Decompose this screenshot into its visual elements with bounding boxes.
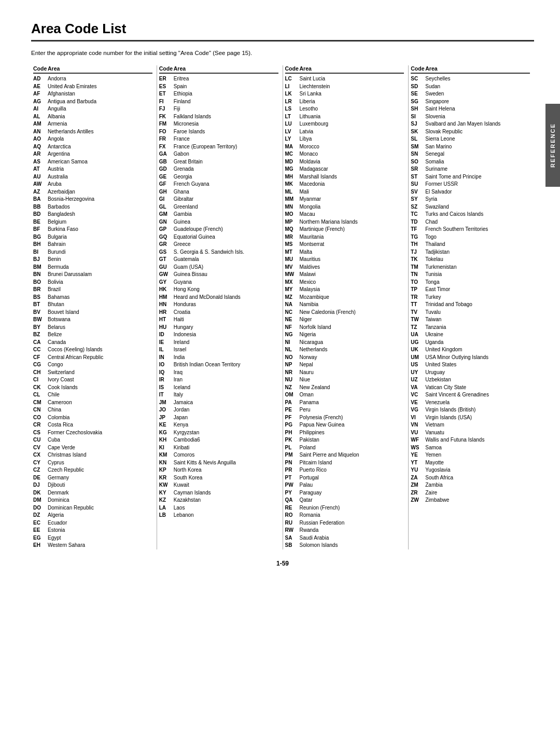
area-name: Iceland [174, 384, 278, 392]
list-item: TJTadjikistan [411, 249, 530, 256]
list-item: INIndia [159, 354, 278, 362]
area-code: LT [285, 113, 300, 121]
area-name: Cambodia6 [174, 436, 278, 444]
area-code: MA [285, 143, 300, 151]
list-item: NUNiue [285, 376, 404, 384]
area-name: Uganda [425, 339, 530, 347]
area-name: Turks and Caicos Islands [425, 211, 530, 218]
area-name: Micronesia [174, 120, 278, 128]
list-item: DKDenmark [33, 489, 152, 497]
area-code: GB [159, 158, 174, 166]
list-item: HUHungary [159, 324, 278, 332]
list-item: TNTunisia [411, 271, 530, 279]
area-code: BT [33, 301, 48, 309]
area-code: RW [285, 527, 300, 534]
area-code: SY [411, 196, 425, 203]
area-code: SJ [411, 120, 425, 128]
area-code: BY [33, 324, 48, 332]
area-name: Sierra Leone [425, 135, 530, 143]
area-name: Hungary [174, 324, 278, 332]
area-name: Jordan [174, 406, 278, 414]
area-code: CU [33, 436, 48, 444]
area-code: GD [159, 166, 174, 173]
list-item: BTBhutan [33, 301, 152, 309]
area-name: New Caledonia (French) [300, 309, 404, 317]
area-name: Estonia [48, 527, 152, 534]
page: REFERENCE Area Code List Enter the appro… [0, 0, 560, 729]
area-name: Myanmar [300, 196, 404, 203]
list-item: DMDominica [33, 497, 152, 504]
col-header-area: Area [174, 65, 278, 72]
list-item: FKFalkland Islands [159, 113, 278, 121]
area-code: SL [411, 135, 425, 143]
list-item: CCCocos (Keeling) Islands [33, 346, 152, 354]
list-item: BRBrazil [33, 286, 152, 294]
area-name: Panama [300, 399, 404, 407]
area-code: HT [159, 316, 174, 324]
area-code: NC [285, 309, 300, 317]
area-code: AI [33, 105, 48, 113]
area-code: BV [33, 309, 48, 317]
area-code: EG [33, 534, 48, 542]
list-item: SASaudi Arabia [285, 534, 404, 542]
area-name: Libya [300, 135, 404, 143]
area-name: Belgium [48, 218, 152, 226]
area-code: PW [285, 482, 300, 489]
list-item: TTTrinidad and Tobago [411, 301, 530, 309]
area-code: TH [411, 241, 425, 249]
area-code: TO [411, 279, 425, 286]
list-item: TPEast Timor [411, 286, 530, 294]
area-code: HR [159, 309, 174, 317]
col-header-code: Code [285, 65, 300, 72]
list-item: SDSudan [411, 83, 530, 91]
list-item: BWBotswana [33, 316, 152, 324]
area-code: MG [285, 166, 300, 173]
list-item: PRPuerto Rico [285, 466, 404, 474]
area-code: KW [159, 482, 174, 489]
area-name: Puerto Rico [300, 466, 404, 474]
area-name: Oman [300, 391, 404, 399]
list-item: GLGreenland [159, 203, 278, 211]
area-name: Bolivia [48, 279, 152, 286]
list-item: BVBouvet Island [33, 309, 152, 317]
area-code: FO [159, 128, 174, 136]
area-code: VA [411, 384, 425, 392]
col-header-area: Area [425, 65, 530, 72]
list-item: PLPoland [285, 444, 404, 452]
list-item: GSS. Georgia & S. Sandwich Isls. [159, 249, 278, 256]
area-code: CO [33, 414, 48, 422]
area-name: Cook Islands [48, 384, 152, 392]
area-name: Seychelles [425, 75, 530, 83]
area-name: Eritrea [174, 75, 278, 83]
area-code: TD [411, 218, 425, 226]
area-name: Hong Kong [174, 286, 278, 294]
list-item: THThailand [411, 241, 530, 249]
area-code: CA [33, 339, 48, 347]
area-code: MR [285, 233, 300, 241]
list-item: BYBelarus [33, 324, 152, 332]
area-code: UK [411, 346, 425, 354]
area-name: Virgin Islands (USA) [425, 414, 530, 422]
area-name: Samoa [425, 444, 530, 452]
area-name: Tadjikistan [425, 249, 530, 256]
list-item: MYMalaysia [285, 286, 404, 294]
area-code: GI [159, 196, 174, 203]
area-code: FX [159, 143, 174, 151]
area-code: DM [33, 497, 48, 504]
area-name: Laos [174, 504, 278, 512]
list-item: NENiger [285, 316, 404, 324]
area-name: Greece [174, 241, 278, 249]
area-name: Guinea Bissau [174, 271, 278, 279]
area-code: VU [411, 429, 425, 437]
list-item: RORomania [285, 512, 404, 519]
area-code: MD [285, 158, 300, 166]
area-name: Christmas Island [48, 451, 152, 459]
area-name: Burkina Faso [48, 226, 152, 233]
area-name: Albania [48, 113, 152, 121]
list-item: SRSuriname [411, 166, 530, 173]
area-code: EC [33, 519, 48, 527]
list-item: PHPhilippines [285, 429, 404, 437]
area-name: Solomon Islands [300, 542, 404, 549]
area-code: MV [285, 264, 300, 271]
area-code: OM [285, 391, 300, 399]
